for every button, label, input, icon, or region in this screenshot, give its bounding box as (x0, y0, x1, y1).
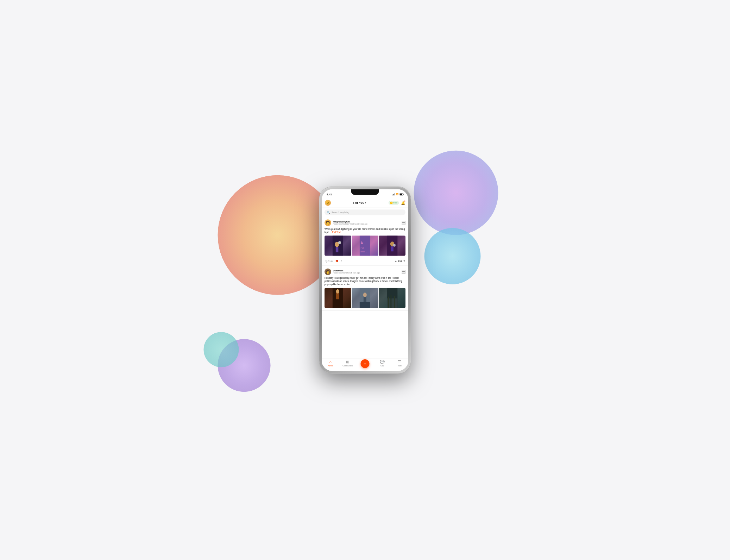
search-placeholder: Search anything (332, 211, 350, 214)
post-meta-1: 🧑 r/HighQualityGifs Posted by u/Mulciber… (325, 219, 367, 226)
vote-count-1: 11K (398, 260, 402, 262)
svg-point-3 (338, 241, 341, 244)
nav-item-home[interactable]: ⌂ Home (322, 360, 339, 367)
bg-circle-blue (424, 228, 481, 284)
nav-item-chat[interactable]: 💬 Chat (374, 360, 391, 367)
upvote-icon-1[interactable]: ▲ (395, 260, 397, 263)
svg-text:A: A (360, 241, 363, 245)
avatar-image-1: 🧑 (326, 221, 330, 225)
bg-circle-teal (204, 332, 239, 367)
gift-btn-1[interactable]: 🎁 (334, 259, 340, 263)
share-icon-1: ↗ (340, 260, 342, 263)
svg-rect-10 (391, 246, 394, 251)
status-icons: 📶 (392, 193, 404, 196)
header-avatar[interactable]: 🐱 (325, 200, 331, 206)
svg-text:Fe: Fe (360, 246, 364, 250)
app-content: 🐱 For You ▾ © Free (322, 198, 408, 371)
post-text-1: When you start digitizing all your old h… (325, 227, 405, 234)
free-badge[interactable]: © Free (389, 201, 399, 205)
svg-rect-24 (394, 296, 395, 308)
post-image-1-1[interactable] (325, 235, 351, 256)
post-images-1[interactable]: A Fe ches L (325, 235, 405, 256)
header-title-text: For You (353, 201, 364, 205)
svg-rect-19 (360, 302, 370, 308)
post-header-1: 🧑 r/HighQualityGifs Posted by u/Mulciber… (325, 219, 405, 226)
post-subreddit-2[interactable]: wsmithers (333, 270, 360, 272)
svg-point-14 (336, 289, 339, 294)
phone-screen: 9:41 📶 (322, 189, 408, 371)
svg-text:ches L: ches L (360, 251, 367, 253)
post-image-2-3[interactable] (379, 288, 405, 308)
signal-icon (392, 193, 395, 195)
post-info-2: wsmithers Posted by u/wsmithers 5 days a… (333, 270, 360, 274)
full-text-link-1[interactable]: Full Text (332, 231, 341, 234)
more-icon: ☰ (398, 360, 401, 364)
nav-label-communities: Communities (342, 365, 353, 367)
post-image-2-2[interactable] (352, 288, 378, 308)
app-header: 🐱 For You ▾ © Free (322, 198, 408, 208)
home-icon: ⌂ (329, 360, 332, 364)
notification-bell[interactable]: 🔔 (401, 201, 405, 205)
svg-rect-15 (337, 294, 339, 294)
header-right: © Free 🔔 (389, 201, 405, 205)
post-actions-1: 💬 11K 🎁 ↗ (325, 258, 405, 265)
post-byline-1: Posted by u/MulciberTenebras 13 hours ag… (333, 223, 367, 225)
post-more-btn-1[interactable]: ••• (402, 221, 405, 225)
notch (351, 189, 379, 195)
nav-label-more: More (398, 365, 402, 367)
notification-dot (404, 200, 405, 202)
phone-frame: 9:41 📶 (319, 187, 411, 373)
vote-section-1: ▲ 11K ▼ (395, 260, 405, 263)
free-badge-label: Free (393, 202, 397, 204)
downvote-icon-1[interactable]: ▼ (403, 260, 405, 263)
chevron-down-icon: ▾ (365, 202, 366, 204)
svg-rect-2 (336, 247, 339, 252)
scene: 9:41 📶 (183, 140, 548, 420)
create-post-fab[interactable]: + (361, 359, 370, 368)
nav-item-communities[interactable]: ⊞ Communities (339, 360, 356, 367)
nav-item-more[interactable]: ☰ More (391, 360, 408, 367)
fab-icon: + (364, 361, 366, 366)
post-image-1-2[interactable]: A Fe ches L (352, 235, 378, 256)
comment-icon-1: 💬 (326, 260, 329, 263)
post-more-btn-2[interactable]: ••• (402, 270, 405, 274)
comments-count-1: 11K (329, 260, 333, 262)
bg-circle-lavender (218, 339, 271, 392)
nav-label-home: Home (328, 365, 333, 367)
bg-circle-purple (414, 151, 498, 235)
svg-rect-4 (360, 235, 370, 256)
avatar-image-2: 👩 (326, 270, 330, 274)
coin-icon: © (390, 202, 392, 204)
post-image-1-3[interactable] (379, 235, 405, 256)
post-text-2: Honestly ik will probably never get him … (325, 277, 405, 286)
bottom-nav: ⌂ Home ⊞ Communities + (322, 358, 408, 371)
comments-btn-1[interactable]: 💬 11K (325, 259, 334, 263)
gift-icon-1: 🎁 (335, 260, 339, 263)
post-avatar-2[interactable]: 👩 (325, 269, 331, 275)
svg-rect-23 (390, 295, 391, 308)
post-images-2[interactable] (325, 288, 405, 308)
post-subreddit-1[interactable]: r/HighQualityGifs (333, 220, 367, 223)
outer-scene: 9:41 📶 (0, 0, 730, 560)
post-avatar-1[interactable]: 🧑 (325, 219, 331, 226)
phone-wrapper: 9:41 📶 (319, 187, 411, 373)
svg-point-11 (393, 244, 396, 247)
feed[interactable]: 🧑 r/HighQualityGifs Posted by u/Mulciber… (322, 217, 408, 358)
header-title-section[interactable]: For You ▾ (353, 201, 366, 205)
post-byline-2: Posted by u/wsmithers 5 days ago (333, 272, 360, 274)
communities-icon: ⊞ (346, 360, 349, 364)
svg-point-17 (363, 292, 367, 297)
search-bar[interactable]: 🔍 Search anything (325, 209, 405, 215)
battery-icon (399, 193, 403, 195)
post-card-2: 👩 wsmithers Posted by u/wsmithers 5 days… (322, 266, 408, 311)
nav-label-chat: Chat (380, 365, 384, 367)
post-info-1: r/HighQualityGifs Posted by u/MulciberTe… (333, 220, 367, 225)
avatar-emoji: 🐱 (326, 201, 330, 205)
svg-rect-22 (388, 297, 389, 308)
wifi-icon: 📶 (396, 193, 399, 196)
search-icon: 🔍 (327, 211, 330, 214)
post-image-2-1[interactable] (325, 288, 351, 308)
post-meta-2: 👩 wsmithers Posted by u/wsmithers 5 days… (325, 269, 360, 275)
share-btn-1[interactable]: ↗ (339, 259, 344, 263)
post-header-2: 👩 wsmithers Posted by u/wsmithers 5 days… (325, 269, 405, 275)
